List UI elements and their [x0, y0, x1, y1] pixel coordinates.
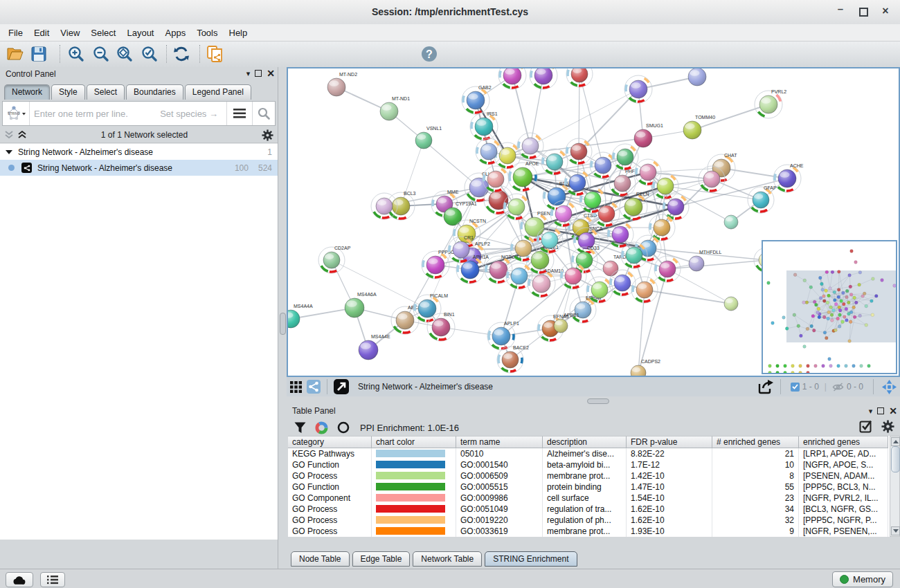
- column-header-term-name[interactable]: term name: [456, 436, 543, 448]
- network-node-PVRL2[interactable]: PVRL2: [755, 89, 786, 118]
- tab-edge-table[interactable]: Edge Table: [352, 551, 411, 567]
- network-node-CADPS2[interactable]: CADPS2: [631, 359, 660, 376]
- tab-node-table[interactable]: Node Table: [291, 551, 350, 567]
- expand-all-icon[interactable]: [17, 131, 27, 139]
- network-node-VSNL1[interactable]: VSNL1: [415, 126, 442, 149]
- select-all-checkbox-icon[interactable]: [859, 419, 873, 433]
- splitter-grabber[interactable]: [587, 398, 609, 404]
- network-node[interactable]: [724, 215, 738, 229]
- grid-view-button[interactable]: [287, 377, 305, 396]
- splitter-grabber[interactable]: [280, 313, 286, 335]
- scroll-down-icon[interactable]: [891, 526, 900, 535]
- birdseye-overview[interactable]: [762, 240, 897, 374]
- network-node-TOMM40[interactable]: TOMM40: [683, 115, 715, 139]
- zoom-fit-button[interactable]: [115, 44, 134, 64]
- column-header--enriched-genes[interactable]: # enriched genes: [712, 436, 799, 448]
- network-node-MS4A6A[interactable]: MS4A6A: [345, 292, 377, 318]
- open-session-button[interactable]: [6, 44, 25, 64]
- network-node[interactable]: [498, 68, 526, 89]
- menu-view[interactable]: View: [55, 26, 85, 40]
- table-row[interactable]: GO FunctionGO:0001540beta-amyloid bi...1…: [288, 459, 890, 470]
- network-node[interactable]: [635, 159, 661, 185]
- tab-style[interactable]: Style: [51, 84, 85, 100]
- table-row[interactable]: GO ProcessGO:0033619membrane prot...1.93…: [288, 526, 890, 537]
- panel-menu-icon[interactable]: ▾: [869, 406, 873, 416]
- network-node[interactable]: [550, 201, 577, 227]
- network-node[interactable]: [663, 194, 689, 220]
- network-node[interactable]: [654, 256, 681, 282]
- string-search-button[interactable]: [252, 102, 275, 125]
- zoom-in-button[interactable]: [66, 44, 86, 64]
- network-node-APH1A[interactable]: APH1A: [456, 255, 489, 284]
- expander-icon[interactable]: [6, 149, 12, 155]
- network-node[interactable]: [494, 143, 521, 169]
- task-history-button[interactable]: [40, 572, 65, 587]
- network-node-MS4A4E[interactable]: MS4A4E: [359, 334, 390, 360]
- close-button[interactable]: ×: [878, 6, 893, 18]
- string-terms-input[interactable]: [30, 109, 160, 119]
- network-node-MT-ND2[interactable]: MT-ND2: [327, 72, 357, 96]
- menu-edit[interactable]: Edit: [28, 26, 55, 40]
- overview-viewport[interactable]: [786, 270, 896, 342]
- panel-float-icon[interactable]: [877, 407, 884, 414]
- panel-close-icon[interactable]: ✕: [889, 406, 897, 416]
- panel-menu-icon[interactable]: ▾: [246, 68, 251, 78]
- network-canvas[interactable]: MT-ND2MT-ND1VSNL1GAB2ADAMTS2PVRL2TOMM40S…: [287, 67, 900, 377]
- chart-button[interactable]: [310, 418, 332, 437]
- network-row-selected[interactable]: String Network - Alzheimer's disease 100…: [0, 160, 278, 176]
- menu-select[interactable]: Select: [85, 26, 121, 40]
- gear-icon[interactable]: [881, 420, 894, 433]
- network-node[interactable]: [483, 166, 509, 192]
- gear-icon[interactable]: [262, 129, 273, 141]
- network-node-PPP5C[interactable]: PPP5C: [422, 250, 454, 279]
- tab-string-enrichment[interactable]: STRING Enrichment: [485, 551, 577, 567]
- network-node-GAB2[interactable]: GAB2: [462, 85, 492, 114]
- menu-tools[interactable]: Tools: [191, 26, 223, 40]
- scroll-up-icon[interactable]: [891, 437, 900, 446]
- menu-help[interactable]: Help: [224, 26, 253, 40]
- save-session-button[interactable]: [29, 44, 48, 64]
- network-node[interactable]: [517, 133, 543, 159]
- tab-select[interactable]: Select: [87, 84, 125, 100]
- automation-status-button[interactable]: [6, 572, 33, 587]
- column-header-FDR-p-value[interactable]: FDR p-value: [627, 436, 712, 448]
- network-node-SMUG1[interactable]: SMUG1: [634, 123, 663, 147]
- network-node-EPHA1[interactable]: EPHA1: [570, 295, 602, 323]
- network-node-BDNF[interactable]: BDNF: [543, 181, 573, 210]
- scrollbar-thumb[interactable]: [891, 446, 900, 472]
- menu-layout[interactable]: Layout: [121, 26, 159, 40]
- tab-legend-panel[interactable]: Legend Panel: [185, 84, 251, 100]
- navigator-button[interactable]: [878, 377, 900, 396]
- maximize-button[interactable]: [856, 6, 871, 18]
- network-node-MT-ND1[interactable]: MT-ND1: [380, 96, 410, 120]
- network-node-ADAMTS2[interactable]: ADAMTS2: [688, 68, 723, 86]
- export-network-button[interactable]: [755, 377, 776, 396]
- table-scrollbar[interactable]: [890, 436, 900, 537]
- network-collection-row[interactable]: String Network - Alzheimer's disease 1: [0, 144, 278, 160]
- network-node[interactable]: [530, 68, 557, 89]
- table-row[interactable]: GO FunctionGO:0005515protein binding1.47…: [288, 481, 890, 493]
- network-node[interactable]: [624, 75, 652, 103]
- network-node[interactable]: [699, 166, 725, 192]
- ring-button[interactable]: [332, 418, 354, 437]
- network-node[interactable]: [724, 297, 738, 311]
- horizontal-splitter[interactable]: [287, 396, 900, 405]
- network-node-CD2AP[interactable]: CD2AP: [318, 246, 351, 273]
- column-header-enriched-genes[interactable]: enriched genes: [799, 436, 888, 448]
- network-node-ACHE[interactable]: ACHE: [773, 163, 804, 192]
- column-header-description[interactable]: description: [543, 436, 627, 448]
- collapse-all-icon[interactable]: [4, 131, 14, 139]
- help-button[interactable]: ?: [420, 44, 439, 64]
- panel-float-icon[interactable]: [255, 70, 262, 77]
- string-logo-dropdown[interactable]: STRING: [3, 102, 30, 125]
- zoom-out-button[interactable]: [91, 44, 111, 64]
- tab-boundaries[interactable]: Boundaries: [126, 84, 183, 100]
- network-node[interactable]: [631, 277, 658, 303]
- network-node[interactable]: [476, 138, 502, 165]
- column-header-chart-color[interactable]: chart color: [372, 436, 456, 448]
- minimize-button[interactable]: –: [833, 6, 848, 18]
- zoom-selected-button[interactable]: [140, 44, 159, 64]
- network-node-GFAP[interactable]: GFAP: [748, 185, 777, 213]
- tab-network-table[interactable]: Network Table: [413, 551, 482, 567]
- network-from-file-button[interactable]: [205, 44, 224, 64]
